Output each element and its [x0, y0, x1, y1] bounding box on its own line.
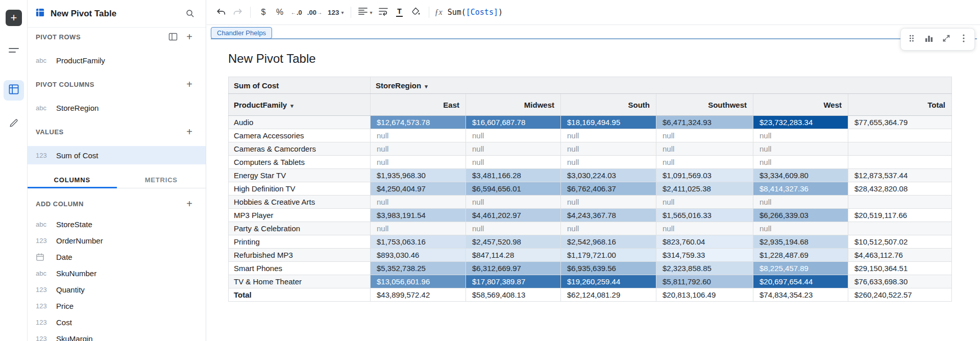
row-total-cell[interactable]: $29,150,364.51 — [848, 262, 952, 275]
value-cell[interactable]: $2,457,520.98 — [466, 235, 561, 249]
row-label[interactable]: Party & Celebration — [229, 222, 371, 235]
value-cell[interactable]: $2,323,858.85 — [656, 262, 753, 275]
value-cell[interactable]: null — [371, 129, 466, 142]
value-cell[interactable]: null — [561, 156, 656, 169]
column-header-total[interactable]: Total — [848, 94, 952, 116]
value-cell[interactable]: null — [466, 129, 561, 142]
column-total-cell[interactable]: $74,834,354.23 — [753, 288, 848, 302]
edit-button[interactable] — [4, 114, 24, 134]
value-cell[interactable]: $6,762,406.37 — [561, 182, 656, 196]
row-total-cell[interactable] — [848, 142, 952, 156]
row-label[interactable]: High Definition TV — [229, 182, 371, 196]
total-row-label[interactable]: Total — [229, 288, 371, 302]
value-cell[interactable]: null — [466, 142, 561, 156]
value-cell[interactable]: $4,250,404.97 — [371, 182, 466, 196]
value-cell[interactable]: $5,811,792.60 — [656, 275, 753, 288]
value-cell[interactable]: $20,697,654.44 — [753, 275, 848, 288]
column-date[interactable]: Date — [28, 249, 206, 265]
add-pivot-columns-button[interactable]: + — [183, 78, 195, 90]
value-cell[interactable]: $2,411,025.38 — [656, 182, 753, 196]
maximize-button[interactable] — [938, 31, 954, 47]
value-cell[interactable]: $3,030,224.03 — [561, 169, 656, 182]
value-cell[interactable]: null — [466, 156, 561, 169]
text-format-button[interactable]: T — [392, 5, 407, 20]
value-cell[interactable]: $1,179,721.00 — [561, 249, 656, 262]
value-cell[interactable]: $823,760.04 — [656, 235, 753, 249]
add-pivot-rows-button[interactable]: + — [183, 31, 195, 43]
value-cell[interactable]: $1,228,487.69 — [753, 249, 848, 262]
value-cell[interactable]: $847,114.28 — [466, 249, 561, 262]
row-label[interactable]: Computers & Tablets — [229, 156, 371, 169]
value-cell[interactable]: null — [656, 156, 753, 169]
row-label[interactable]: Cameras & Camcorders — [229, 142, 371, 156]
value-cell[interactable]: $6,471,324.93 — [656, 116, 753, 129]
value-cell[interactable]: $893,030.46 — [371, 249, 466, 262]
value-cell[interactable]: null — [656, 129, 753, 142]
pivot-element-button[interactable] — [4, 80, 24, 101]
value-cell[interactable]: $4,243,367.78 — [561, 209, 656, 222]
wrap-text-button[interactable] — [376, 5, 391, 20]
row-total-cell[interactable]: $12,873,537.44 — [848, 169, 952, 182]
column-dimension-header[interactable]: StoreRegion▾ — [371, 77, 952, 94]
value-cell[interactable]: $1,753,063.16 — [371, 235, 466, 249]
redo-button[interactable] — [230, 5, 245, 20]
column-header-east[interactable]: East — [371, 94, 466, 116]
percent-format-button[interactable]: % — [272, 5, 287, 20]
row-total-cell[interactable]: $76,633,698.30 — [848, 275, 952, 288]
value-cell[interactable]: $19,260,259.44 — [561, 275, 656, 288]
row-label[interactable]: Smart Phones — [229, 262, 371, 275]
column-storestate[interactable]: abcStoreState — [28, 216, 206, 232]
row-label[interactable]: Printing — [229, 235, 371, 249]
tab-columns[interactable]: COLUMNS — [28, 172, 117, 188]
column-total-cell[interactable]: $43,899,572.42 — [371, 288, 466, 302]
value-cell[interactable]: null — [753, 196, 848, 209]
value-cell[interactable]: null — [371, 196, 466, 209]
value-cell[interactable]: $2,542,968.16 — [561, 235, 656, 249]
column-skunumber[interactable]: abcSkuNumber — [28, 265, 206, 281]
decrease-decimal-button[interactable]: ←.0 — [288, 5, 304, 20]
value-cell[interactable]: null — [753, 156, 848, 169]
value-cell[interactable]: $3,481,166.28 — [466, 169, 561, 182]
row-total-cell[interactable]: $10,512,507.02 — [848, 235, 952, 249]
value-cell[interactable]: $6,594,656.01 — [466, 182, 561, 196]
row-label[interactable]: Hobbies & Creative Arts — [229, 196, 371, 209]
column-cost[interactable]: 123Cost — [28, 314, 206, 330]
value-cell[interactable]: $16,607,687.78 — [466, 116, 561, 129]
element-type-button[interactable] — [921, 31, 937, 47]
column-header-south[interactable]: South — [561, 94, 656, 116]
value-cell[interactable]: $1,091,569.03 — [656, 169, 753, 182]
increase-decimal-button[interactable]: .00→ — [305, 5, 325, 20]
value-cell[interactable]: $2,935,194.68 — [753, 235, 848, 249]
column-header-west[interactable]: West — [753, 94, 848, 116]
column-ordernumber[interactable]: 123OrderNumber — [28, 232, 206, 249]
value-cell[interactable]: $18,169,494.95 — [561, 116, 656, 129]
row-label[interactable]: Energy Star TV — [229, 169, 371, 182]
value-cell[interactable]: $6,935,639.56 — [561, 262, 656, 275]
value-cell[interactable]: null — [656, 196, 753, 209]
row-total-cell[interactable] — [848, 222, 952, 235]
value-cell[interactable]: $8,225,457.89 — [753, 262, 848, 275]
row-total-cell[interactable]: $28,432,820.08 — [848, 182, 952, 196]
pages-menu-button[interactable] — [4, 41, 24, 62]
value-cell[interactable]: $1,935,968.30 — [371, 169, 466, 182]
undo-button[interactable] — [213, 5, 229, 20]
column-total-cell[interactable]: $58,569,408.13 — [466, 288, 561, 302]
value-cell[interactable]: $314,759.33 — [656, 249, 753, 262]
formula-input[interactable]: Sum([Costs]) — [448, 8, 503, 17]
row-total-cell[interactable] — [848, 129, 952, 142]
row-total-cell[interactable] — [848, 156, 952, 169]
value-cell[interactable]: null — [656, 142, 753, 156]
add-element-button[interactable]: + — [6, 10, 22, 26]
value-cell[interactable]: $3,983,191.54 — [371, 209, 466, 222]
value-cell[interactable]: $5,352,738.25 — [371, 262, 466, 275]
field-storeregion[interactable]: abcStoreRegion — [28, 99, 206, 117]
add-column-plus-button[interactable]: + — [183, 198, 195, 210]
value-cell[interactable]: null — [561, 196, 656, 209]
row-label[interactable]: MP3 Player — [229, 209, 371, 222]
value-cell[interactable]: null — [656, 222, 753, 235]
search-icon[interactable] — [183, 7, 197, 20]
chevron-down-icon[interactable]: ▾ — [425, 83, 428, 89]
value-cell[interactable]: $3,334,609.80 — [753, 169, 848, 182]
row-total-cell[interactable]: $4,463,112.76 — [848, 249, 952, 262]
currency-format-button[interactable]: $ — [256, 5, 271, 20]
